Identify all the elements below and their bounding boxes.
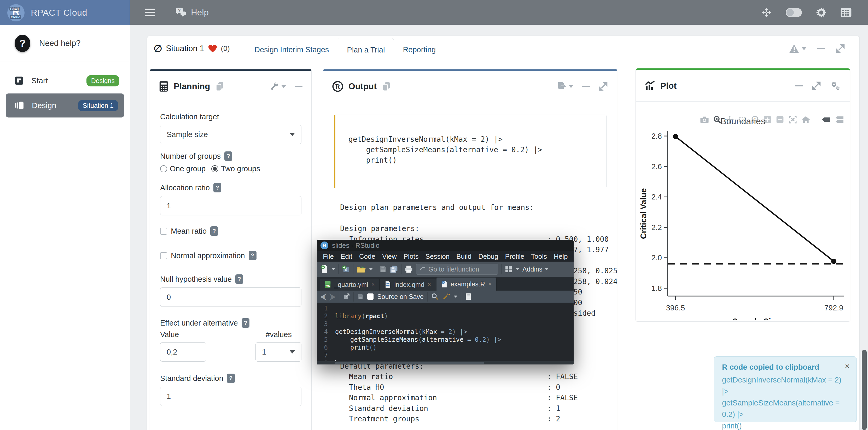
compile-notebook-icon[interactable] — [465, 293, 472, 300]
menu-build[interactable]: Build — [453, 253, 475, 261]
expand-icon[interactable] — [835, 43, 845, 54]
rstudio-tab-_quarto.yml[interactable]: YML_quarto.yml× — [320, 278, 379, 291]
lasso-select-icon[interactable] — [751, 115, 759, 124]
rstudio-code-editor[interactable]: 12345678 library(rpact) getDesignInverse… — [317, 303, 574, 361]
box-select-icon[interactable] — [738, 115, 747, 124]
copy-icon[interactable] — [215, 81, 224, 92]
export-dropdown-button[interactable] — [557, 81, 574, 92]
forward-arrow-icon[interactable]: ⮞ — [330, 293, 335, 300]
menu-tools[interactable]: Tools — [528, 253, 550, 261]
menu-help[interactable]: Help — [550, 253, 571, 261]
zoom-icon[interactable] — [713, 115, 721, 124]
heart-icon[interactable] — [208, 44, 217, 53]
horizontal-scrollbar[interactable] — [317, 361, 574, 364]
addins-dropdown[interactable]: Addins — [522, 266, 549, 273]
find-magnifier-icon[interactable] — [431, 293, 439, 300]
zoom-in-icon[interactable] — [763, 115, 772, 124]
help-button[interactable]: ? Help — [175, 7, 209, 18]
chevron-down-icon[interactable] — [369, 268, 373, 270]
menu-code[interactable]: Code — [356, 253, 379, 261]
save-icon[interactable] — [357, 293, 364, 300]
menu-edit[interactable]: Edit — [337, 253, 356, 261]
open-file-folder-icon[interactable] — [356, 265, 366, 273]
rstudio-tab-index.qmd[interactable]: index.qmd× — [380, 278, 436, 291]
chevron-down-icon[interactable] — [332, 268, 335, 270]
close-icon[interactable]: × — [371, 281, 375, 288]
page-scrollbar-thumb[interactable] — [862, 350, 867, 430]
source-on-save-checkbox[interactable] — [367, 293, 374, 300]
help-badge-icon[interactable]: ? — [224, 152, 232, 161]
collapse-output-icon[interactable] — [582, 86, 590, 87]
help-badge-icon[interactable]: ? — [213, 183, 221, 192]
expand-output-icon[interactable] — [598, 81, 608, 91]
copy-icon[interactable] — [382, 81, 391, 92]
nvalues-select[interactable]: 1 — [255, 342, 302, 362]
warnings-dropdown-button[interactable] — [789, 44, 807, 53]
close-icon[interactable]: × — [488, 281, 492, 288]
new-file-icon[interactable] — [320, 265, 328, 274]
theme-toggle-switch[interactable] — [785, 8, 802, 17]
autoscale-icon[interactable] — [788, 115, 797, 124]
page-scrollbar[interactable] — [861, 25, 868, 430]
hover-compare-icon[interactable] — [835, 115, 844, 124]
gear-icon[interactable] — [816, 7, 827, 18]
one-group-radio[interactable] — [160, 165, 167, 172]
reset-axes-home-icon[interactable] — [801, 115, 810, 124]
tab-reporting[interactable]: Reporting — [394, 38, 444, 61]
hamburger-menu-icon[interactable] — [145, 7, 155, 18]
menu-view[interactable]: View — [379, 253, 400, 261]
pan-icon[interactable] — [726, 115, 734, 124]
grid-apps-icon[interactable] — [840, 7, 852, 18]
two-groups-radio[interactable] — [211, 165, 218, 172]
help-badge-icon[interactable]: ? — [227, 374, 235, 383]
collapse-plot-icon[interactable] — [795, 85, 803, 87]
tab-design-interim-stages[interactable]: Design Interim Stages — [246, 38, 338, 61]
menu-session[interactable]: Session — [422, 253, 453, 261]
menu-debug[interactable]: Debug — [475, 253, 502, 261]
calculation-target-select[interactable]: Sample size — [160, 125, 302, 144]
chevron-down-icon[interactable] — [516, 268, 519, 270]
boundaries-chart[interactable]: 1.82.02.22.42.62.8396.5792.9Sample SizeC… — [636, 116, 850, 320]
need-help-link[interactable]: ? Need help? — [0, 35, 130, 52]
mean-ratio-checkbox[interactable] — [160, 228, 167, 235]
help-badge-icon[interactable]: ? — [235, 274, 243, 284]
save-all-icon[interactable] — [390, 265, 398, 273]
help-badge-icon[interactable]: ? — [242, 318, 249, 328]
popout-icon[interactable] — [343, 293, 350, 300]
tab-plan-a-trial[interactable]: Plan a Trial — [338, 38, 394, 62]
save-icon[interactable] — [379, 266, 386, 273]
standard-deviation-input[interactable]: 1 — [160, 387, 302, 406]
zoom-out-icon[interactable] — [776, 115, 784, 124]
camera-snapshot-icon[interactable] — [700, 115, 709, 124]
minimize-icon[interactable] — [817, 48, 825, 49]
sidebar-item-design[interactable]: DesignSituation 1 — [6, 94, 124, 118]
code-tools-wand-icon[interactable] — [442, 293, 450, 300]
chevron-down-icon[interactable] — [454, 296, 457, 298]
tools-dropdown-button[interactable] — [270, 82, 286, 91]
allocation-ratio-input[interactable]: 1 — [160, 196, 302, 216]
close-icon[interactable]: × — [845, 361, 850, 371]
expand-plot-icon[interactable] — [811, 81, 821, 91]
rstudio-titlebar[interactable]: R slides - RStudio — [317, 240, 574, 251]
print-icon[interactable] — [405, 265, 413, 273]
menu-plots[interactable]: Plots — [400, 253, 422, 261]
help-badge-icon[interactable]: ? — [249, 251, 256, 260]
sidebar-item-start[interactable]: StartDesigns — [0, 69, 130, 92]
null-hypothesis-input[interactable]: 0 — [160, 288, 302, 307]
toggle-spikelines-icon[interactable] — [821, 116, 831, 123]
effect-value-input[interactable]: 0,2 — [160, 342, 206, 362]
collapse-planning-icon[interactable] — [294, 86, 303, 87]
back-arrow-icon[interactable]: ⮜ — [320, 293, 326, 300]
close-icon[interactable]: × — [428, 281, 431, 288]
scrollbar-thumb[interactable] — [335, 362, 484, 364]
rstudio-tab-examples.R[interactable]: Rexamples.R× — [436, 277, 497, 291]
normal-approximation-checkbox[interactable] — [160, 252, 167, 259]
goto-file-function-input[interactable]: Go to file/function — [416, 264, 498, 275]
plot-settings-gears-icon[interactable] — [830, 81, 841, 91]
panes-grid-icon[interactable] — [505, 265, 513, 273]
help-badge-icon[interactable]: ? — [210, 226, 218, 236]
menu-file[interactable]: File — [319, 253, 337, 261]
fullscreen-icon[interactable] — [761, 7, 772, 18]
rstudio-window[interactable]: R slides - RStudio FileEditCodeViewPlots… — [317, 240, 574, 364]
new-project-icon[interactable]: R — [342, 265, 350, 273]
